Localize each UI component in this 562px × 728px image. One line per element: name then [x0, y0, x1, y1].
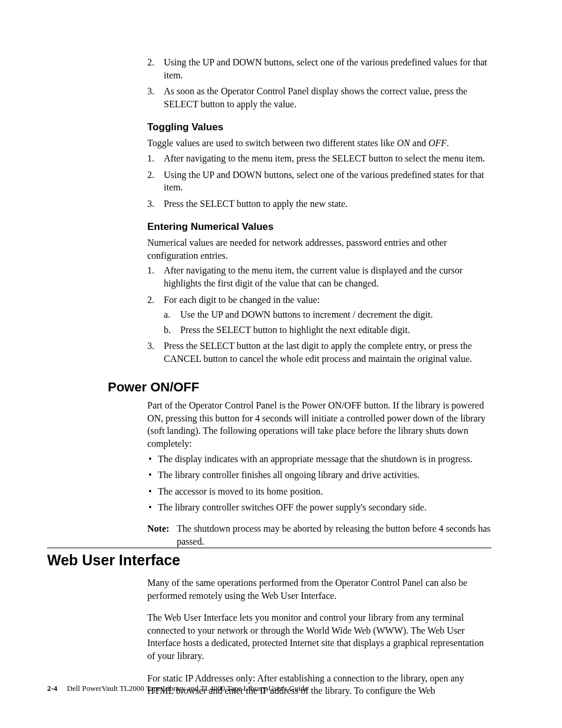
text: Toggle values are used to switch between… — [147, 138, 397, 148]
italic-off: OFF — [428, 138, 447, 148]
list-text: Using the UP and DOWN buttons, select on… — [164, 57, 487, 80]
list-marker: 2. — [147, 56, 154, 69]
page-number: 2-4 — [47, 684, 57, 693]
sublist-item: b. Press the SELECT button to highlight … — [164, 324, 491, 337]
top-continuation-list: 2. Using the UP and DOWN buttons, select… — [147, 56, 491, 110]
page-footer: 2-4 Dell PowerVault TL2000 Tape Library … — [47, 683, 308, 694]
list-item: 2. Using the UP and DOWN buttons, select… — [147, 56, 491, 81]
list-marker: 3. — [147, 197, 154, 210]
list-text: Using the UP and DOWN buttons, select on… — [164, 170, 484, 193]
list-item: 1. After navigating to the menu item, th… — [147, 264, 491, 289]
power-onoff-body: Part of the Operator Control Panel is th… — [147, 399, 491, 548]
subheading-entering-numerical: Entering Numerical Values — [147, 220, 491, 234]
heading-power-onoff: Power ON/OFF — [108, 378, 491, 396]
list-item: 2. For each digit to be changed in the v… — [147, 294, 491, 337]
text: . — [447, 138, 449, 148]
power-onoff-section: Power ON/OFF — [108, 378, 491, 396]
paragraph: Many of the same operations performed fr… — [147, 577, 491, 602]
list-text: For each digit to be changed in the valu… — [164, 295, 320, 305]
list-marker: a. — [164, 308, 170, 321]
toggling-values-section: Toggling Values Toggle values are used t… — [147, 121, 491, 210]
footer-title: Dell PowerVault TL2000 Tape Library and … — [67, 684, 308, 693]
list-marker: 1. — [147, 152, 154, 165]
document-page: 2. Using the UP and DOWN buttons, select… — [0, 0, 562, 728]
note-text: The shutdown process may be aborted by r… — [177, 522, 491, 548]
section-rule — [47, 548, 491, 548]
list-item: 1. After navigating to the menu item, pr… — [147, 152, 491, 165]
bullet-item: The display indicates with an appropriat… — [147, 453, 491, 466]
list-text: After navigating to the menu item, the c… — [164, 265, 462, 288]
list-text: Press the SELECT button to apply the new… — [164, 199, 348, 209]
entering-numerical-values-section: Entering Numerical Values Numerical valu… — [147, 220, 491, 365]
list-item: 2. Using the UP and DOWN buttons, select… — [147, 169, 491, 194]
subheading-toggling-values: Toggling Values — [147, 121, 491, 134]
web-user-interface-section: Web User Interface — [47, 548, 491, 571]
list-item: 3. As soon as the Operator Control Panel… — [147, 85, 491, 110]
text: and — [410, 138, 428, 148]
paragraph: Numerical values are needed for network … — [147, 236, 491, 262]
paragraph: The Web User Interface lets you monitor … — [147, 611, 491, 662]
web-user-interface-body: Many of the same operations performed fr… — [147, 577, 491, 697]
list-item: 3. Press the SELECT button to apply the … — [147, 197, 491, 210]
list-marker: 2. — [147, 294, 154, 307]
italic-on: ON — [397, 138, 410, 148]
sublist-item: a. Use the UP and DOWN buttons to increm… — [164, 308, 491, 321]
list-text: Press the SELECT button to highlight the… — [180, 325, 410, 335]
list-marker: 1. — [147, 264, 154, 277]
list-marker: 3. — [147, 340, 154, 353]
list-marker: 3. — [147, 85, 154, 98]
note-label: Note: — [147, 522, 177, 548]
paragraph: Toggle values are used to switch between… — [147, 137, 491, 150]
bullet-item: The library controller finishes all ongo… — [147, 469, 491, 482]
list-text: Use the UP and DOWN buttons to increment… — [180, 309, 433, 319]
note-block: Note: The shutdown process may be aborte… — [147, 522, 491, 548]
list-text: As soon as the Operator Control Panel di… — [164, 86, 467, 109]
list-text: After navigating to the menu item, press… — [164, 153, 485, 163]
list-text: Press the SELECT button at the last digi… — [164, 341, 472, 364]
heading-web-user-interface: Web User Interface — [47, 551, 491, 571]
list-marker: 2. — [147, 169, 154, 182]
paragraph: Part of the Operator Control Panel is th… — [147, 399, 491, 450]
list-marker: b. — [164, 324, 171, 337]
bullet-item: The accessor is moved to its home positi… — [147, 485, 491, 498]
bullet-item: The library controller switches OFF the … — [147, 501, 491, 514]
list-item: 3. Press the SELECT button at the last d… — [147, 340, 491, 365]
